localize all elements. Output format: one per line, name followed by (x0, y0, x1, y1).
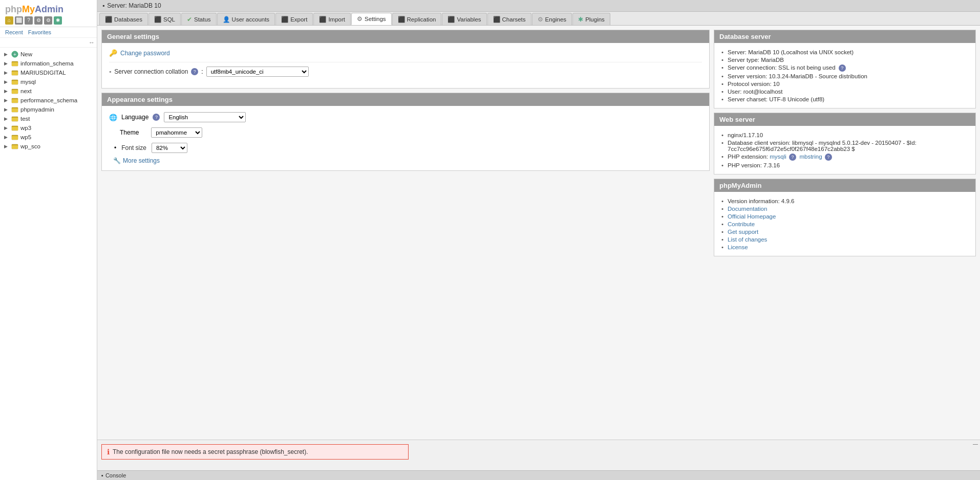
list-item[interactable]: ▶ + New (0, 50, 97, 59)
theme-select[interactable]: pmahomme original (151, 127, 202, 138)
mysqli-link[interactable]: mysqli (770, 154, 786, 160)
list-item[interactable]: ▶ performance_schema (0, 96, 97, 105)
documentation-link[interactable]: Documentation (728, 206, 767, 212)
engines-tab-icon: ⚙ (538, 16, 543, 23)
list-item[interactable]: ▶ wp3 (0, 123, 97, 133)
language-select[interactable]: English (164, 112, 246, 122)
list-item: Documentation (721, 205, 968, 212)
more-settings-link[interactable]: 🔧 More settings (109, 157, 702, 164)
mbstring-help-icon[interactable]: ? (825, 154, 832, 161)
font-size-label: Font size (121, 144, 146, 151)
tab-user-accounts[interactable]: 👤 User accounts (217, 13, 275, 25)
db-name[interactable]: MARIUSDIGITAL (20, 70, 66, 76)
db-name[interactable]: phpmyadmin (20, 106, 54, 113)
console-icon: ▪ (101, 472, 103, 478)
db-name[interactable]: mysql (20, 79, 36, 85)
list-item[interactable]: ▶ phpmyadmin (0, 105, 97, 114)
mysqli-help-icon[interactable]: ? (789, 154, 796, 161)
list-item[interactable]: ▶ wp_sco (0, 142, 97, 151)
replication-tab-label: Replication (407, 16, 436, 23)
settings-tab-icon: ⚙ (357, 15, 363, 23)
list-item[interactable]: ▶ MARIUSDIGITAL (0, 68, 97, 77)
language-label: Language (121, 114, 148, 121)
get-support-link[interactable]: Get support (728, 229, 758, 235)
status-tab-label: Status (194, 16, 211, 23)
sidebar-collapse-toggle[interactable]: ↔ (0, 38, 97, 48)
database-server-body: Server: MariaDB 10 (Localhost via UNIX s… (714, 43, 975, 108)
language-help-icon[interactable]: ? (153, 114, 160, 121)
tab-variables[interactable]: ⬛ Variables (442, 13, 486, 25)
db-name[interactable]: information_schema (20, 60, 74, 67)
tab-databases[interactable]: ⬛ Databases (99, 13, 148, 25)
official-homepage-link[interactable]: Official Homepage (728, 213, 776, 220)
font-size-select[interactable]: 72% 82% 92% 100% (152, 143, 187, 153)
console-label: Console (105, 472, 126, 478)
sql-tab-icon: ⬛ (154, 16, 161, 23)
collation-help-icon[interactable]: ? (191, 68, 198, 75)
database-server-list: Server: MariaDB 10 (Localhost via UNIX s… (721, 48, 968, 103)
list-item[interactable]: ▶ information_schema (0, 59, 97, 68)
colon-sep: : (201, 68, 203, 75)
main-content: General settings 🔑 Change password ▪ Ser… (97, 26, 714, 440)
svg-rect-21 (12, 145, 18, 149)
logo-text: phpMyAdmin (5, 4, 63, 14)
collapse-icon[interactable]: ↔ (89, 39, 95, 46)
svg-rect-9 (12, 90, 18, 94)
list-item: List of changes (721, 235, 968, 243)
db-folder-icon (11, 97, 18, 104)
db-folder-icon (11, 143, 18, 150)
collapse-btn-right[interactable]: — (973, 441, 978, 447)
server-title-text: Server: MariaDB 10 (107, 2, 161, 9)
db-folder-icon (11, 60, 18, 67)
collation-select[interactable]: utf8mb4_unicode_ci utf8_general_ci utf8_… (206, 67, 309, 77)
right-panel: Database server Server: MariaDB 10 (Loca… (714, 26, 980, 440)
tab-plugins[interactable]: ✱ Plugins (572, 13, 610, 25)
logo-area: phpMyAdmin ⌂ ⬜ ? ⚙ ⚙ ✱ (0, 0, 97, 27)
db-name[interactable]: New (20, 51, 32, 57)
console-bar[interactable]: ▪ Console (97, 470, 980, 480)
db-name[interactable]: performance_schema (20, 97, 77, 103)
db-folder-icon (11, 78, 18, 85)
tab-engines[interactable]: ⚙ Engines (532, 13, 572, 25)
sql-tab-label: SQL (163, 16, 175, 23)
server-title-bar: ▪ Server: MariaDB 10 (97, 0, 980, 12)
expand-arrow-icon: ▶ (4, 143, 10, 149)
favorites-link[interactable]: Favorites (28, 29, 51, 35)
tab-sql[interactable]: ⬛ SQL (148, 13, 181, 25)
change-password-link[interactable]: Change password (120, 50, 170, 57)
list-item[interactable]: ▶ test (0, 114, 97, 123)
list-item[interactable]: ▶ wp5 (0, 133, 97, 142)
web-server-body: nginx/1.17.10 Database client version: l… (714, 126, 975, 174)
appearance-settings-body: 🌐 Language ? English Theme pmahomme (102, 106, 709, 170)
tab-replication[interactable]: ⬛ Replication (392, 13, 442, 25)
db-name[interactable]: next (20, 88, 32, 94)
tab-charsets[interactable]: ⬛ Charsets (487, 13, 531, 25)
db-name[interactable]: wp_sco (20, 143, 40, 149)
theme-row: Theme pmahomme original (109, 127, 702, 138)
license-link[interactable]: License (728, 244, 748, 250)
svg-rect-3 (12, 62, 18, 66)
tab-status[interactable]: ✔ Status (181, 13, 217, 25)
contribute-link[interactable]: Contribute (728, 221, 755, 227)
svg-rect-13 (12, 108, 18, 112)
tab-export[interactable]: ⬛ Export (275, 13, 313, 25)
web-server-list: nginx/1.17.10 Database client version: l… (721, 131, 968, 169)
list-item[interactable]: ▶ mysql (0, 77, 97, 86)
tab-import[interactable]: ⬛ Import (313, 13, 351, 25)
svg-rect-5 (12, 72, 18, 75)
mbstring-link[interactable]: mbstring (799, 154, 822, 160)
db-name[interactable]: wp3 (20, 125, 31, 131)
db-folder-icon (11, 69, 18, 76)
db-name[interactable]: test (20, 116, 30, 122)
ssl-help-icon[interactable]: ? (839, 64, 846, 72)
collation-label: Server connection collation (114, 68, 188, 75)
main-area: ▪ Server: MariaDB 10 ⬛ Databases ⬛ SQL ✔… (97, 0, 980, 480)
db-folder-icon (11, 88, 18, 95)
list-of-changes-link[interactable]: List of changes (728, 236, 767, 243)
recent-link[interactable]: Recent (5, 29, 23, 35)
list-item[interactable]: ▶ next (0, 86, 97, 96)
db-name[interactable]: wp5 (20, 134, 31, 140)
export-tab-icon: ⬛ (281, 16, 288, 23)
export-tab-label: Export (290, 16, 307, 23)
tab-settings[interactable]: ⚙ Settings (351, 13, 392, 25)
